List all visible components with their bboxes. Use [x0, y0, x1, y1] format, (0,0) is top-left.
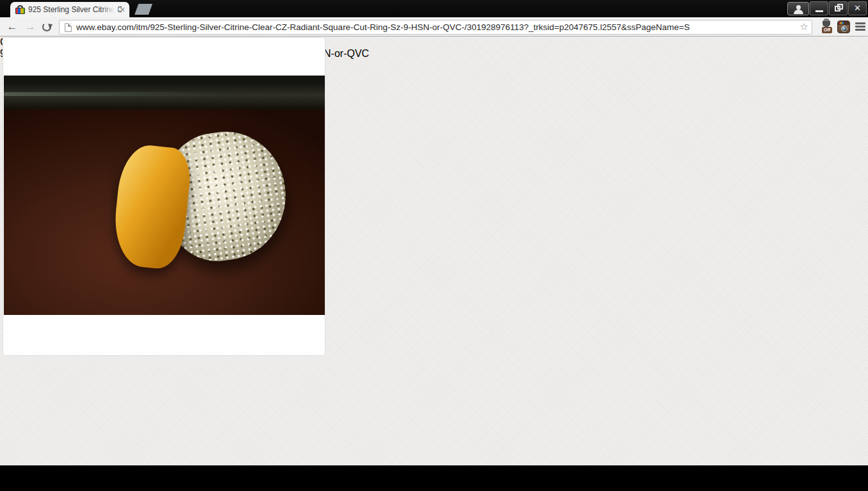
- close-icon: ✕: [849, 3, 866, 13]
- desktop-screen: 925 Sterling Silver Citrine C ✕ ✕ ← → ☆ …: [0, 0, 868, 491]
- browser-tab-strip: 925 Sterling Silver Citrine C ✕ ✕: [0, 0, 868, 17]
- browser-tab[interactable]: 925 Sterling Silver Citrine C ✕: [10, 2, 129, 17]
- chrome-menu-icon[interactable]: [855, 22, 865, 31]
- reload-button[interactable]: [42, 22, 51, 31]
- address-bar[interactable]: ☆: [59, 20, 812, 35]
- minimize-icon: [815, 10, 823, 12]
- page-document-icon[interactable]: [65, 23, 72, 32]
- bookmark-star-icon[interactable]: ☆: [800, 21, 808, 33]
- ebay-favicon-icon: [15, 5, 25, 14]
- ring-citrine-stone: [110, 143, 193, 271]
- instagram-extension-icon[interactable]: [837, 20, 850, 33]
- tab-title-fade: [101, 2, 118, 17]
- new-tab-button[interactable]: [135, 4, 152, 15]
- window-close-button[interactable]: ✕: [848, 1, 867, 15]
- listing-main-image[interactable]: [4, 76, 325, 315]
- window-minimize-button[interactable]: [810, 1, 828, 15]
- forward-button[interactable]: →: [22, 19, 38, 35]
- turn-off-lights-extension-icon[interactable]: Off: [820, 20, 834, 34]
- window-restore-button[interactable]: [829, 1, 848, 15]
- extension-badge: Off: [822, 27, 832, 33]
- page-content: Click to view larger image and other vie…: [0, 36, 868, 465]
- profile-avatar-button[interactable]: [787, 2, 809, 15]
- person-icon: [796, 5, 801, 10]
- tab-close-icon[interactable]: ✕: [118, 5, 127, 14]
- camera-lens-icon: [841, 26, 848, 32]
- listing-image-panel: [3, 37, 325, 356]
- back-button[interactable]: ←: [4, 19, 20, 35]
- url-input[interactable]: [76, 20, 842, 34]
- browser-toolbar: ← → ☆ Off: [0, 17, 868, 36]
